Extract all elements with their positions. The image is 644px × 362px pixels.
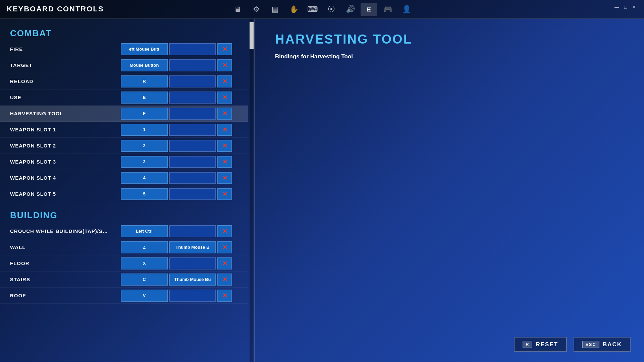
key-binding-floor-secondary[interactable]	[169, 257, 216, 269]
key-binding-weapon1-primary[interactable]: 1	[121, 124, 168, 136]
key-binding-weapon4-primary[interactable]: 4	[121, 172, 168, 184]
control-row-weapon-slot-5[interactable]: WEAPON SLOT 5 5 ✕	[0, 186, 248, 202]
control-row-weapon-slot-4[interactable]: WEAPON SLOT 4 4 ✕	[0, 170, 248, 186]
key-binding-weapon5-secondary[interactable]	[169, 188, 216, 200]
control-row-weapon-slot-1[interactable]: WEAPON SLOT 1 1 ✕	[0, 122, 248, 138]
control-row-use[interactable]: USE E ✕	[0, 89, 248, 106]
key-binding-wall-primary[interactable]: Z	[121, 241, 168, 253]
clear-target-button[interactable]: ✕	[217, 59, 232, 71]
bindings-weapon-slot-2: 2 ✕	[121, 140, 232, 152]
nav-icon-settings[interactable]: ⚙	[248, 3, 265, 16]
clear-fire-button[interactable]: ✕	[217, 43, 232, 55]
control-row-harvesting-tool[interactable]: HARVESTING TOOL F ✕	[0, 106, 248, 122]
scrollbar-track[interactable]	[250, 19, 254, 362]
clear-wall-button[interactable]: ✕	[217, 241, 232, 253]
key-binding-fire-secondary[interactable]	[169, 43, 216, 55]
key-binding-use-secondary[interactable]	[169, 92, 216, 104]
nav-icon-controller-active[interactable]: ⊞	[361, 3, 377, 16]
nav-icon-audio[interactable]: 🔊	[342, 3, 359, 16]
control-row-reload[interactable]: RELOAD R ✕	[0, 73, 248, 89]
key-binding-target-secondary[interactable]	[169, 59, 216, 71]
bottom-buttons: R RESET Esc BACK	[514, 337, 631, 352]
close-button[interactable]: ✕	[631, 4, 637, 10]
key-binding-stairs-secondary[interactable]: Thumb Mouse Bu	[169, 274, 216, 286]
clear-use-button[interactable]: ✕	[217, 92, 232, 104]
building-controls-list: CROUCH WHILE BUILDING(TAP)/SLIDE(HOLD Le…	[0, 223, 248, 304]
scrollbar-thumb[interactable]	[250, 22, 254, 49]
bindings-weapon-slot-5: 5 ✕	[121, 188, 232, 200]
maximize-button[interactable]: □	[623, 4, 629, 10]
clear-stairs-button[interactable]: ✕	[217, 274, 232, 286]
nav-icon-touch[interactable]: ✋	[285, 3, 302, 16]
x-icon-weapon4: ✕	[222, 174, 227, 182]
key-binding-floor-primary[interactable]: X	[121, 257, 168, 269]
key-binding-harvesting-primary[interactable]: F	[121, 108, 168, 120]
x-icon-use: ✕	[222, 94, 227, 101]
clear-weapon2-button[interactable]: ✕	[217, 140, 232, 152]
x-icon-wall: ✕	[222, 244, 227, 251]
control-name-stairs: STAIRS	[0, 277, 121, 282]
key-binding-weapon5-primary[interactable]: 5	[121, 188, 168, 200]
clear-roof-button[interactable]: ✕	[217, 290, 232, 302]
window-controls: — □ ✕	[614, 4, 637, 10]
key-binding-crouch-secondary[interactable]	[169, 225, 216, 237]
control-row-weapon-slot-3[interactable]: WEAPON SLOT 3 3 ✕	[0, 154, 248, 170]
nav-icon-profile[interactable]: 👤	[398, 3, 415, 16]
clear-crouch-button[interactable]: ✕	[217, 225, 232, 237]
key-binding-use-primary[interactable]: E	[121, 92, 168, 104]
clear-floor-button[interactable]: ✕	[217, 257, 232, 269]
key-binding-target-primary[interactable]: Mouse Button	[121, 59, 168, 71]
back-key: Esc	[582, 341, 599, 348]
key-binding-crouch-primary[interactable]: Left Ctrl	[121, 225, 168, 237]
clear-weapon3-button[interactable]: ✕	[217, 156, 232, 168]
bindings-use: E ✕	[121, 92, 232, 104]
section-building-header: BUILDING	[0, 207, 248, 223]
nav-icon-keyboard[interactable]: ⌨	[304, 3, 321, 16]
x-icon-roof: ✕	[222, 292, 227, 299]
key-binding-reload-primary[interactable]: R	[121, 75, 168, 87]
bindings-target: Mouse Button ✕	[121, 59, 232, 71]
nav-icon-hud[interactable]: ▤	[267, 3, 283, 16]
nav-icon-replay[interactable]: ⦿	[323, 3, 340, 16]
bindings-wall: Z Thumb Mouse B ✕	[121, 241, 232, 253]
nav-icon-gamepad[interactable]: 🎮	[379, 3, 396, 16]
control-row-fire[interactable]: FIRE eft Mouse Butt ✕	[0, 41, 248, 57]
clear-reload-button[interactable]: ✕	[217, 75, 232, 87]
bindings-weapon-slot-1: 1 ✕	[121, 124, 232, 136]
minimize-button[interactable]: —	[614, 4, 620, 10]
key-binding-weapon2-primary[interactable]: 2	[121, 140, 168, 152]
key-binding-weapon2-secondary[interactable]	[169, 140, 216, 152]
key-binding-wall-secondary[interactable]: Thumb Mouse B	[169, 241, 216, 253]
control-row-floor[interactable]: FLOOR X ✕	[0, 255, 248, 272]
right-panel-subtitle: Bindings for Harvesting Tool	[275, 53, 624, 60]
key-binding-weapon1-secondary[interactable]	[169, 124, 216, 136]
control-row-stairs[interactable]: STAIRS C Thumb Mouse Bu ✕	[0, 272, 248, 288]
back-button[interactable]: Esc BACK	[574, 337, 631, 352]
key-binding-reload-secondary[interactable]	[169, 75, 216, 87]
clear-weapon5-button[interactable]: ✕	[217, 188, 232, 200]
control-name-weapon-slot-4: WEAPON SLOT 4	[0, 175, 121, 181]
right-panel-title: HARVESTING TOOL	[275, 32, 624, 47]
control-row-crouch[interactable]: CROUCH WHILE BUILDING(TAP)/SLIDE(HOLD Le…	[0, 223, 248, 239]
nav-icon-monitor[interactable]: 🖥	[229, 3, 246, 16]
control-row-roof[interactable]: ROOF V ✕	[0, 288, 248, 304]
clear-weapon4-button[interactable]: ✕	[217, 172, 232, 184]
control-row-weapon-slot-2[interactable]: WEAPON SLOT 2 2 ✕	[0, 138, 248, 154]
key-binding-weapon4-secondary[interactable]	[169, 172, 216, 184]
right-panel: HARVESTING TOOL Bindings for Harvesting …	[255, 19, 644, 362]
key-binding-weapon3-primary[interactable]: 3	[121, 156, 168, 168]
key-binding-weapon3-secondary[interactable]	[169, 156, 216, 168]
clear-weapon1-button[interactable]: ✕	[217, 124, 232, 136]
key-binding-stairs-primary[interactable]: C	[121, 274, 168, 286]
clear-harvesting-button[interactable]: ✕	[217, 108, 232, 120]
bindings-crouch: Left Ctrl ✕	[121, 225, 232, 237]
key-binding-harvesting-secondary[interactable]	[169, 108, 216, 120]
key-binding-roof-primary[interactable]: V	[121, 290, 168, 302]
control-row-target[interactable]: TARGET Mouse Button ✕	[0, 57, 248, 73]
control-row-wall[interactable]: WALL Z Thumb Mouse B ✕	[0, 239, 248, 255]
control-name-weapon-slot-2: WEAPON SLOT 2	[0, 143, 121, 148]
key-binding-roof-secondary[interactable]	[169, 290, 216, 302]
key-binding-fire-primary[interactable]: eft Mouse Butt	[121, 43, 168, 55]
reset-button[interactable]: R RESET	[514, 337, 567, 352]
x-icon-weapon5: ✕	[222, 190, 227, 198]
